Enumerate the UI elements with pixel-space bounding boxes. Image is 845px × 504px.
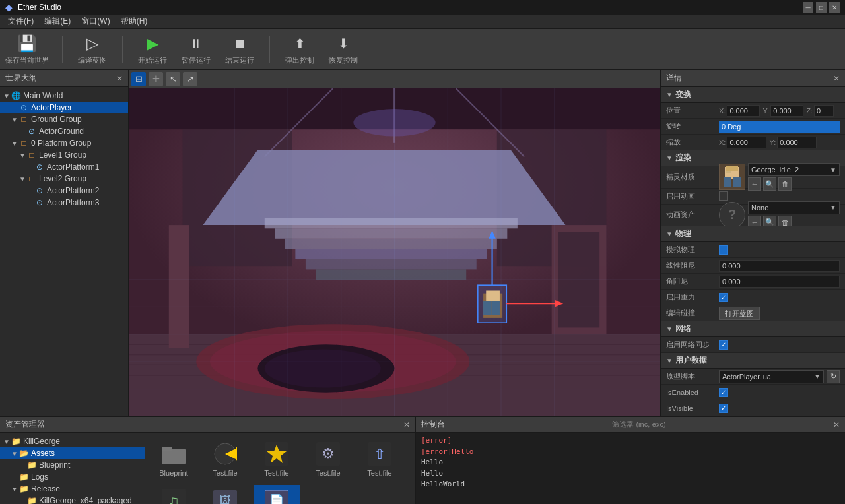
file-test7[interactable]: 📄 Test.file <box>254 485 300 504</box>
enable-animation-checkbox[interactable] <box>719 191 728 201</box>
z-segment: Z: <box>806 105 834 117</box>
world-outline-close[interactable]: ✕ <box>116 74 123 83</box>
rotation-bar[interactable]: 0 Deg <box>719 121 840 133</box>
save-world-button[interactable]: 💾 保存当前世界 <box>5 33 49 65</box>
grid-view-button[interactable]: ⊞ <box>131 72 146 86</box>
menu-file[interactable]: 文件(F) <box>3 15 39 28</box>
animation-asset-controls: ? None ▼ ← 🔍 🗑 <box>719 201 840 229</box>
assets-tree-x64[interactable]: 📁 KillGeorge_x64_packaged <box>0 495 145 504</box>
position-z-input[interactable] <box>814 105 834 117</box>
position-y-input[interactable] <box>770 105 803 117</box>
end-run-button[interactable]: ⏹ 结束运行 <box>223 33 256 65</box>
tree-item-actor-platform3[interactable]: ⊙ ActorPlatform3 <box>0 197 128 208</box>
angular-damping-value <box>719 276 840 288</box>
tree-label: Release <box>31 484 60 493</box>
console-line-5: HelloWorld <box>421 479 840 490</box>
is-visible-checkbox[interactable] <box>719 404 728 413</box>
select-tool-button[interactable]: ↖ <box>166 72 180 86</box>
scale-y-input[interactable] <box>777 137 817 148</box>
tree-item-level1-group[interactable]: ▼ □ Level1 Group <box>0 149 128 161</box>
tree-label: ActorPlayer <box>31 103 72 112</box>
compile-blueprint-button[interactable]: ▷ 编译蓝图 <box>76 33 109 65</box>
menu-window[interactable]: 窗口(W) <box>76 15 115 28</box>
angular-damping-row: 角阻尼 <box>661 274 845 290</box>
console-content: [error] [error]Hello Hello Hello HelloWo… <box>416 433 845 504</box>
svg-point-23 <box>265 350 381 388</box>
testfile2-icon: 📄 <box>263 488 290 504</box>
position-x-input[interactable] <box>727 105 760 117</box>
assets-tree-release[interactable]: ▼ 📁 Release <box>0 483 145 495</box>
svg-rect-12 <box>295 249 487 259</box>
tree-item-main-world[interactable]: ▼ 🌐 Main World <box>0 90 128 102</box>
file-test5[interactable]: ♫ Test.file <box>151 485 197 504</box>
scale-tool-button[interactable]: ↗ <box>183 72 197 86</box>
file-test2[interactable]: Test.file <box>254 438 300 480</box>
file-test6[interactable]: 🖼 Test.file <box>202 485 248 504</box>
maximize-button[interactable]: □ <box>816 2 827 13</box>
assets-panel-close[interactable]: ✕ <box>403 420 410 429</box>
simulate-physics-toggle[interactable] <box>719 245 728 255</box>
assets-tree-logs[interactable]: 📁 Logs <box>0 471 145 483</box>
assets-tree-assets[interactable]: ▼ 📂 Assets <box>0 447 145 459</box>
rotation-value: 0 Deg <box>719 121 840 133</box>
menu-help[interactable]: 帮助(H) <box>116 15 153 28</box>
angular-damping-input[interactable] <box>719 276 840 288</box>
physics-section-header[interactable]: ▼ 物理 <box>661 226 845 242</box>
close-button[interactable]: ✕ <box>829 2 840 13</box>
linear-damping-input[interactable] <box>719 260 840 272</box>
file-name: Test.file <box>367 469 391 477</box>
xyz-row: X: Y: Z: <box>719 105 840 117</box>
tree-label: ActorPlatform2 <box>47 186 99 195</box>
transform-section-header[interactable]: ▼ 变换 <box>661 87 845 103</box>
file-blueprint[interactable]: Blueprint <box>151 438 197 480</box>
tree-item-actor-platform2[interactable]: ⊙ ActorPlatform2 <box>0 185 128 197</box>
popup-control-button[interactable]: ⬆ 弹出控制 <box>283 33 316 65</box>
tree-item-platform-group[interactable]: ▼ □ 0 Platform Group <box>0 137 128 149</box>
enable-gravity-checkbox[interactable] <box>719 293 728 302</box>
toolbar: 💾 保存当前世界 ▷ 编译蓝图 ▶ 开始运行 ⏸ 暂停运行 ⏹ 结束运行 ⬆ 弹… <box>0 29 845 70</box>
tree-arrow: ▼ <box>18 152 26 159</box>
tree-item-actor-ground[interactable]: ⊙ ActorGround <box>0 125 128 137</box>
sprite-dropdown[interactable]: George_idle_2 ▼ <box>748 163 840 176</box>
tree-item-actor-platform1[interactable]: ⊙ ActorPlatform1 <box>0 161 128 173</box>
network-section-header[interactable]: ▼ 网络 <box>661 321 845 337</box>
actor-icon: ⊙ <box>34 162 45 172</box>
animation-dropdown[interactable]: None ▼ <box>748 201 840 214</box>
restore-control-button[interactable]: ⬇ 恢复控制 <box>327 33 360 65</box>
world-outline-panel: 世界大纲 ✕ ▼ 🌐 Main World ⊙ ActorPlayer <box>0 70 129 416</box>
svg-text:📄: 📄 <box>269 493 285 504</box>
start-run-button[interactable]: ▶ 开始运行 <box>136 33 169 65</box>
animation-dropdown-arrow: ▼ <box>830 204 836 211</box>
tree-item-ground-group[interactable]: ▼ □ Ground Group <box>0 113 128 125</box>
scale-xyz-row: X: Y: <box>719 137 840 148</box>
pause-run-button[interactable]: ⏸ 暂停运行 <box>180 33 213 65</box>
save-label: 保存当前世界 <box>5 55 49 65</box>
tree-item-level2-group[interactable]: ▼ □ Level2 Group <box>0 173 128 185</box>
prototype-script-refresh[interactable]: ↻ <box>827 370 840 383</box>
userdata-section-header[interactable]: ▼ 用户数据 <box>661 353 845 369</box>
scale-x-input[interactable] <box>727 137 766 148</box>
compile-label: 编译蓝图 <box>78 55 107 65</box>
file-test3[interactable]: ⚙ Test.file <box>305 438 351 480</box>
svg-marker-8 <box>203 150 566 225</box>
console-panel-close[interactable]: ✕ <box>833 420 840 429</box>
move-tool-button[interactable]: ✛ <box>149 72 163 86</box>
is-enabled-checkbox[interactable] <box>719 388 728 397</box>
tree-item-actor-player[interactable]: ⊙ ActorPlayer <box>0 102 128 113</box>
viewport[interactable] <box>129 88 660 416</box>
minimize-button[interactable]: ─ <box>803 2 813 13</box>
menu-edit[interactable]: 编辑(E) <box>39 15 76 28</box>
details-close[interactable]: ✕ <box>833 74 840 83</box>
network-sync-checkbox[interactable] <box>719 340 728 350</box>
testfile-icon: ⚙ <box>315 441 341 467</box>
file-test4[interactable]: ⇧ Test.file <box>356 438 403 480</box>
assets-tree-blueprint[interactable]: 📁 Blueprint <box>0 459 145 471</box>
prototype-script-dropdown[interactable]: ActorPlayer.lua ▼ <box>719 370 824 383</box>
sprite-material-controls: George_idle_2 ▼ ← 🔍 🗑 <box>719 163 840 191</box>
actor-icon: ⊙ <box>34 186 45 195</box>
sprite-material-label: 精灵材质 <box>666 172 719 182</box>
assets-tree-killgeorge[interactable]: ▼ 📁 KillGeorge <box>0 435 145 447</box>
file-test1[interactable]: Test.file <box>202 438 248 480</box>
edit-collision-button[interactable]: 打开蓝图 <box>719 307 760 320</box>
console-line-1: [error] <box>421 435 840 447</box>
